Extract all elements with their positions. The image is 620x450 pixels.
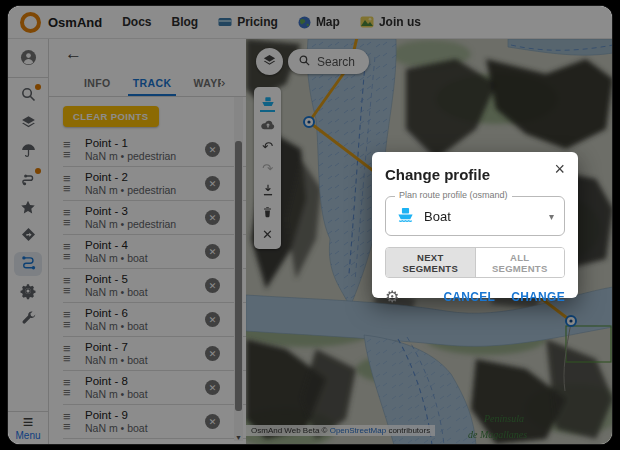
dialog-close-icon[interactable]: × (554, 162, 565, 176)
profile-select-value: Boat (424, 209, 540, 224)
dialog-settings-icon[interactable]: ⚙ (385, 289, 399, 305)
dialog-title: Change profile (385, 166, 490, 183)
chevron-down-icon: ▾ (549, 211, 554, 222)
segment-toggle: NEXT SEGMENTS ALL SEGMENTS (385, 247, 565, 278)
profile-select[interactable]: Plan route profile (osmand) Boat ▾ (385, 196, 565, 236)
change-profile-dialog: Change profile × Plan route profile (osm… (372, 152, 578, 298)
app-window: OsmAnd Docs Blog Pricing Map Join us (8, 6, 612, 444)
change-button[interactable]: CHANGE (511, 288, 565, 306)
boat-icon (396, 206, 415, 226)
segment-button[interactable]: ALL SEGMENTS (475, 248, 565, 277)
profile-select-label: Plan route profile (osmand) (395, 190, 512, 200)
cancel-button[interactable]: CANCEL (443, 288, 495, 306)
segment-button[interactable]: NEXT SEGMENTS (386, 248, 475, 277)
